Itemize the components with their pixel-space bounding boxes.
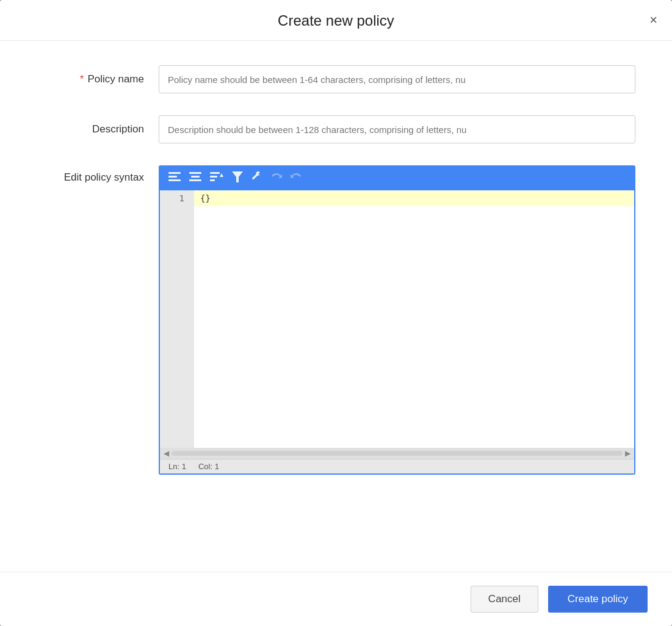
modal-header: Create new policy ×	[0, 0, 672, 41]
svg-marker-10	[232, 171, 243, 182]
policy-name-label: *Policy name	[37, 73, 159, 85]
svg-rect-5	[189, 179, 201, 181]
svg-rect-6	[210, 172, 220, 174]
editor-status-bar: Ln: 1 Col: 1	[160, 459, 634, 473]
svg-rect-7	[210, 176, 217, 178]
required-star: *	[80, 73, 84, 85]
editor-main: 1 {} ◀	[160, 190, 634, 459]
create-policy-modal: Create new policy × *Policy name Descrip…	[0, 0, 672, 626]
editor-text-area[interactable]: {}	[194, 190, 634, 448]
editor-content-area[interactable]: 1 {}	[160, 190, 634, 448]
scroll-track	[172, 451, 623, 456]
editor-col-status: Col: 1	[198, 462, 219, 471]
svg-marker-9	[220, 173, 223, 177]
align-left-icon[interactable]	[168, 172, 181, 185]
wrench-icon[interactable]	[251, 171, 262, 185]
policy-name-row: *Policy name	[37, 65, 635, 93]
line-number-1: 1	[165, 190, 189, 206]
scroll-right-arrow[interactable]: ▶	[625, 449, 630, 458]
description-label: Description	[37, 123, 159, 135]
svg-rect-8	[210, 179, 215, 181]
editor-row: Edit policy syntax	[37, 165, 635, 475]
align-center-icon[interactable]	[189, 172, 201, 185]
modal-footer: Cancel Create policy	[0, 572, 672, 626]
code-line-1: {}	[194, 190, 634, 206]
description-row: Description	[37, 115, 635, 143]
editor-scrollbar[interactable]: ◀ ▶	[160, 448, 634, 459]
description-input[interactable]	[159, 115, 635, 143]
redo-icon[interactable]	[291, 171, 302, 185]
svg-rect-0	[168, 172, 181, 174]
cancel-button[interactable]: Cancel	[471, 586, 538, 613]
svg-rect-1	[168, 176, 177, 178]
editor-line-status: Ln: 1	[168, 462, 186, 471]
policy-name-input[interactable]	[159, 65, 635, 93]
editor-container: 1 {} ◀	[159, 165, 635, 475]
filter-icon[interactable]	[232, 171, 243, 185]
create-policy-button[interactable]: Create policy	[548, 586, 648, 613]
undo-icon[interactable]	[271, 171, 282, 185]
editor-label: Edit policy syntax	[37, 165, 159, 184]
modal-overlay: Create new policy × *Policy name Descrip…	[0, 0, 672, 626]
modal-body: *Policy name Description Edit policy syn…	[0, 41, 672, 572]
modal-title: Create new policy	[278, 12, 394, 29]
line-numbers: 1	[160, 190, 194, 448]
scroll-left-arrow[interactable]: ◀	[164, 449, 169, 458]
svg-rect-3	[189, 172, 201, 174]
svg-rect-2	[168, 179, 181, 181]
svg-rect-4	[191, 176, 200, 178]
align-list-icon[interactable]	[210, 172, 223, 185]
editor-toolbar	[160, 167, 634, 190]
close-button[interactable]: ×	[649, 13, 657, 27]
